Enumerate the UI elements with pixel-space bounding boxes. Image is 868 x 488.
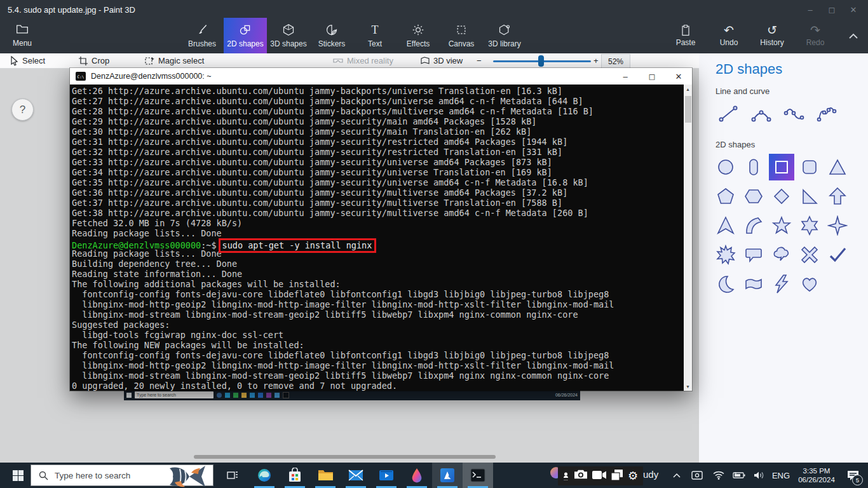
- shape-right-triangle[interactable]: [797, 183, 822, 210]
- store-app-button[interactable]: [280, 463, 310, 488]
- language-button[interactable]: ENG: [768, 463, 794, 488]
- shape-curved-swoosh[interactable]: [741, 212, 766, 239]
- copy-layers-button[interactable]: [611, 470, 623, 483]
- shape-diamond[interactable]: [769, 183, 794, 210]
- search-input[interactable]: Type here to search: [31, 464, 214, 486]
- shape-banner[interactable]: [741, 271, 766, 297]
- battery-button[interactable]: [729, 463, 749, 488]
- layers-icon: [611, 470, 623, 480]
- help-button[interactable]: ?: [11, 98, 34, 121]
- tab-effects[interactable]: Effects: [397, 18, 440, 53]
- video-camera-icon: [592, 470, 606, 480]
- tab-stickers[interactable]: Stickers: [310, 18, 353, 53]
- mail-app-button[interactable]: [341, 463, 371, 488]
- redo-button[interactable]: ↷ Redo: [794, 18, 837, 53]
- shape-heart[interactable]: [797, 271, 822, 297]
- multi-curve-tool[interactable]: [813, 102, 841, 126]
- zoom-in-button[interactable]: +: [593, 53, 599, 68]
- tab-3d-library[interactable]: 3D library: [483, 18, 526, 53]
- shape-circle[interactable]: [713, 154, 738, 180]
- double-curve-tool[interactable]: [780, 102, 808, 126]
- terminal-minimize-button[interactable]: –: [612, 68, 639, 85]
- terminal-close-button[interactable]: ✕: [665, 68, 692, 85]
- shape-triangle[interactable]: [825, 154, 850, 180]
- shape-five-point-star[interactable]: [769, 212, 794, 239]
- shape-burst[interactable]: [713, 241, 738, 268]
- battery-icon: [733, 471, 745, 479]
- shape-hexagon[interactable]: [741, 183, 766, 210]
- minimize-button[interactable]: –: [799, 3, 821, 17]
- edge-app-button[interactable]: [249, 463, 280, 488]
- meet-now-button[interactable]: [688, 463, 707, 488]
- movies-tv-app-button[interactable]: [371, 463, 402, 488]
- volume-button[interactable]: [750, 463, 769, 488]
- select-label: Select: [22, 56, 45, 65]
- zoom-slider-thumb[interactable]: [538, 55, 544, 67]
- terminal-line: Reading package lists... Done: [72, 228, 682, 238]
- mixed-reality-button[interactable]: Mixed reality: [333, 53, 393, 68]
- terminal-app-button[interactable]: [463, 463, 493, 488]
- clock[interactable]: 3:35 PM 06/26/2024: [794, 463, 839, 488]
- magic-select-button[interactable]: Magic select: [145, 53, 204, 68]
- shape-arrow-up[interactable]: [825, 183, 850, 210]
- curve-tool[interactable]: [747, 102, 775, 126]
- wifi-button[interactable]: [709, 463, 728, 488]
- tray-expand-button[interactable]: [668, 463, 685, 488]
- start-button[interactable]: [5, 463, 31, 488]
- shape-ellipse[interactable]: [741, 154, 766, 180]
- action-label: Undo: [720, 38, 738, 47]
- scroll-down-arrow-icon[interactable]: ▼: [684, 382, 692, 391]
- terminal-scrollbar[interactable]: ▲ ▼: [684, 85, 692, 391]
- shape-lightning[interactable]: [769, 271, 794, 297]
- task-view-button[interactable]: [220, 463, 245, 488]
- tab-3d-shapes[interactable]: 3D shapes: [267, 18, 310, 53]
- screen-record-button[interactable]: [592, 470, 606, 482]
- file-explorer-app-button[interactable]: [310, 463, 341, 488]
- menu-button[interactable]: Menu: [6, 20, 38, 51]
- shape-cross[interactable]: [797, 241, 822, 268]
- shape-four-point-star[interactable]: [825, 212, 850, 239]
- tab-text[interactable]: T Text: [353, 18, 397, 53]
- notification-center-button[interactable]: 5: [840, 463, 865, 488]
- screenshot-camera-button[interactable]: [574, 469, 588, 483]
- paint3d-app-button[interactable]: [432, 463, 463, 488]
- terminal-scrollbar-thumb[interactable]: [685, 96, 691, 123]
- shape-speech-bubble[interactable]: [741, 241, 766, 268]
- maximize-button[interactable]: ◻: [821, 3, 843, 17]
- terminal-titlebar[interactable]: C:\ DenzAzure@denzlvmss000000: ~ – ◻ ✕: [70, 68, 692, 85]
- undo-button[interactable]: ↶ Undo: [707, 18, 750, 53]
- paste-button[interactable]: Paste: [664, 18, 707, 53]
- panel-title: 2D shapes: [715, 61, 782, 78]
- scroll-up-arrow-icon[interactable]: ▲: [684, 85, 692, 93]
- shape-pentagon[interactable]: [713, 183, 738, 210]
- 3d-view-button[interactable]: 3D view: [421, 53, 463, 68]
- canvas-horizontal-scrollbar[interactable]: [194, 455, 496, 459]
- collapse-ribbon-button[interactable]: [845, 28, 862, 43]
- shape-square-selected[interactable]: [769, 154, 794, 180]
- close-button[interactable]: ✕: [843, 3, 864, 17]
- shape-thought-bubble[interactable]: [769, 241, 794, 268]
- shape-arrowhead[interactable]: [713, 212, 738, 239]
- tab-canvas[interactable]: Canvas: [440, 18, 483, 53]
- terminal-maximize-button[interactable]: ◻: [639, 68, 665, 85]
- shape-rounded-square[interactable]: [797, 154, 822, 180]
- azure-blue-icon: [440, 468, 455, 483]
- tab-2d-shapes[interactable]: 2D shapes: [224, 18, 267, 53]
- zoom-out-button[interactable]: −: [477, 53, 482, 68]
- capture-settings-button[interactable]: ⚙: [628, 470, 638, 482]
- ellipsis-icon: ...: [564, 478, 568, 480]
- cast-display-icon: [691, 471, 703, 480]
- crop-button[interactable]: Crop: [79, 53, 109, 68]
- capture-more-button[interactable]: ...: [563, 472, 569, 480]
- shape-six-point-star[interactable]: [797, 212, 822, 239]
- terminal-body[interactable]: Get:26 http://azure.archive.ubuntu.com/u…: [70, 85, 692, 391]
- line-tool[interactable]: [714, 102, 742, 126]
- effects-sun-icon: [412, 24, 424, 36]
- terminal-line: libnginx-mod-http-geoip2 libnginx-mod-ht…: [72, 360, 682, 370]
- select-button[interactable]: Select: [10, 53, 45, 68]
- shape-crescent[interactable]: [713, 271, 738, 297]
- tab-brushes[interactable]: Brushes: [180, 18, 224, 53]
- paint-app-button[interactable]: [402, 463, 432, 488]
- shape-checkmark[interactable]: [825, 241, 850, 268]
- history-button[interactable]: ↺ History: [750, 18, 794, 53]
